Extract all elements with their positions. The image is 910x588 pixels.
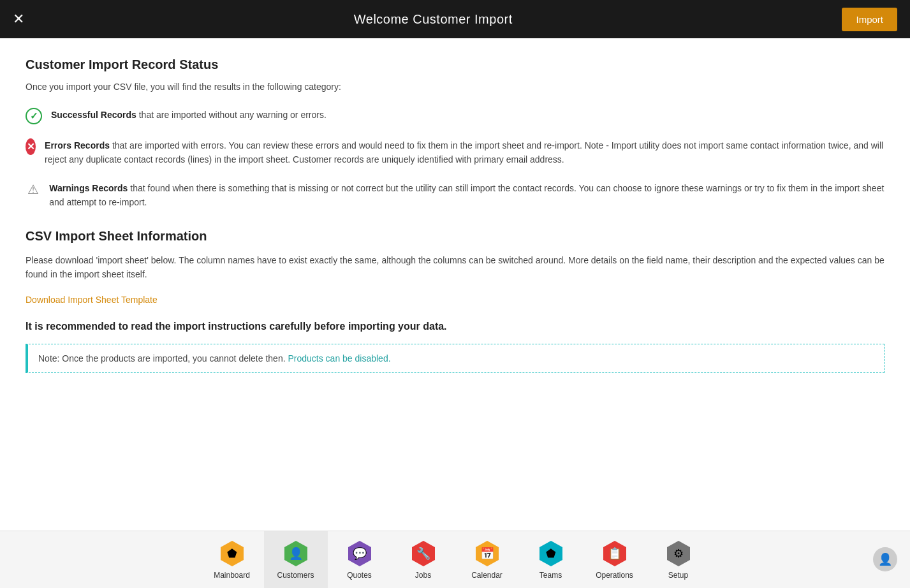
jobs-icon: 🔧 [409, 540, 437, 568]
header-title: Welcome Customer Import [354, 12, 513, 27]
header: ✕ Welcome Customer Import Import [0, 0, 910, 38]
success-icon: ✓ [26, 108, 42, 124]
recommendation-text: It is recommended to read the import ins… [26, 321, 884, 332]
bottom-nav: ⬟ Mainboard 👤 Customers 💬 Quotes 🔧 Jobs … [0, 531, 910, 588]
calendar-icon: 📅 [473, 540, 501, 568]
teams-icon: ⬟ [537, 540, 565, 568]
list-item: ⚠ Warnings Records that found when there… [26, 181, 884, 210]
close-button[interactable]: ✕ [13, 12, 24, 26]
setup-icon: ⚙ [664, 540, 693, 568]
operations-icon: 📋 [601, 540, 629, 568]
import-button[interactable]: Import [842, 8, 897, 31]
csv-section-title: CSV Import Sheet Information [26, 229, 884, 244]
error-label: Errors Records [45, 140, 110, 151]
nav-item-setup[interactable]: ⚙ Setup [647, 531, 710, 589]
download-link[interactable]: Download Import Sheet Template [26, 295, 158, 305]
note-text: Note: Once the products are imported, yo… [38, 353, 288, 364]
quotes-icon: 💬 [346, 540, 374, 568]
mainboard-icon: ⬟ [218, 540, 246, 568]
record-status-title: Customer Import Record Status [26, 57, 884, 72]
nav-label-setup: Setup [668, 571, 688, 580]
nav-label-customers: Customers [277, 571, 314, 580]
nav-item-jobs[interactable]: 🔧 Jobs [392, 531, 455, 589]
avatar[interactable]: 👤 [873, 547, 897, 571]
intro-text: Once you import your CSV file, you will … [26, 82, 884, 92]
nav-item-customers[interactable]: 👤 Customers [264, 531, 328, 589]
success-label: Successful Records [51, 110, 136, 120]
nav-label-jobs: Jobs [415, 571, 431, 580]
warning-text: Warnings Records that found when there i… [49, 181, 884, 210]
list-item: ✕ Errors Records that are imported with … [26, 138, 884, 167]
csv-section: CSV Import Sheet Information Please down… [26, 229, 884, 374]
nav-label-mainboard: Mainboard [214, 571, 250, 580]
nav-label-quotes: Quotes [347, 571, 372, 580]
warning-description: that found when there is something that … [49, 183, 884, 207]
note-box: Note: Once the products are imported, yo… [26, 344, 884, 373]
nav-item-quotes[interactable]: 💬 Quotes [328, 531, 392, 589]
nav-item-calendar[interactable]: 📅 Calendar [455, 531, 519, 589]
nav-label-operations: Operations [596, 571, 633, 580]
main-content: Customer Import Record Status Once you i… [0, 38, 910, 531]
nav-label-calendar: Calendar [471, 571, 503, 580]
error-text: Errors Records that are imported with er… [45, 138, 884, 167]
nav-label-teams: Teams [539, 571, 562, 580]
success-description: that are imported without any warning or… [139, 110, 327, 120]
record-list: ✓ Successful Records that are imported w… [26, 108, 884, 210]
warning-label: Warnings Records [49, 183, 128, 193]
warning-icon: ⚠ [26, 181, 40, 198]
error-icon: ✕ [26, 138, 36, 155]
nav-item-teams[interactable]: ⬟ Teams [519, 531, 583, 589]
customers-icon: 👤 [282, 540, 310, 568]
success-text: Successful Records that are imported wit… [51, 108, 327, 122]
nav-item-mainboard[interactable]: ⬟ Mainboard [200, 531, 264, 589]
nav-item-operations[interactable]: 📋 Operations [583, 531, 647, 589]
note-highlight: Products can be disabled. [288, 353, 390, 364]
list-item: ✓ Successful Records that are imported w… [26, 108, 884, 124]
error-description: that are imported with errors. You can r… [45, 140, 883, 165]
csv-description: Please download 'import sheet' below. Th… [26, 253, 884, 282]
